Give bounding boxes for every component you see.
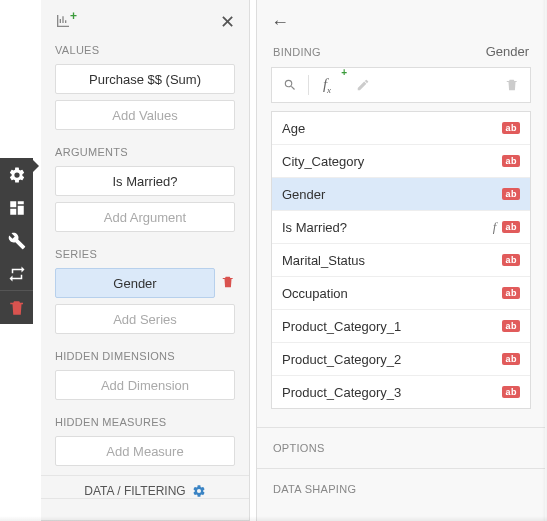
series-item[interactable]: Gender bbox=[55, 268, 215, 298]
field-row[interactable]: Product_Category_2ab bbox=[272, 343, 530, 376]
add-dimension-button[interactable]: Add Dimension bbox=[55, 370, 235, 400]
wrench-icon[interactable] bbox=[0, 224, 33, 257]
type-badge: ab bbox=[502, 287, 520, 299]
field-list: AgeabCity_CategoryabGenderabIs Married?f… bbox=[271, 111, 531, 409]
type-badge: ab bbox=[502, 155, 520, 167]
add-argument-button[interactable]: Add Argument bbox=[55, 202, 235, 232]
type-badge: ab bbox=[502, 221, 520, 233]
values-label: VALUES bbox=[41, 34, 249, 64]
value-item[interactable]: Purchase $$ (Sum) bbox=[55, 64, 235, 94]
add-values-button[interactable]: Add Values bbox=[55, 100, 235, 130]
type-badge: ab bbox=[502, 188, 520, 200]
field-row[interactable]: Ageab bbox=[272, 112, 530, 145]
settings-icon[interactable] bbox=[0, 158, 33, 191]
field-row[interactable]: Product_Category_1ab bbox=[272, 310, 530, 343]
field-row[interactable]: Genderab bbox=[272, 178, 530, 211]
field-name: Product_Category_2 bbox=[282, 352, 502, 367]
field-name: Gender bbox=[282, 187, 502, 202]
field-name: Is Married? bbox=[282, 220, 493, 235]
field-name: Occupation bbox=[282, 286, 502, 301]
field-name: Product_Category_3 bbox=[282, 385, 502, 400]
field-name: Marital_Status bbox=[282, 253, 502, 268]
layout-icon[interactable] bbox=[0, 191, 33, 224]
binding-toolbar: fx+ bbox=[271, 67, 531, 103]
type-badge: ab bbox=[502, 254, 520, 266]
add-measure-button[interactable]: Add Measure bbox=[55, 436, 235, 466]
arguments-label: ARGUMENTS bbox=[41, 136, 249, 166]
left-rail bbox=[0, 158, 33, 324]
binding-label: BINDING bbox=[273, 46, 321, 58]
series-label: SERIES bbox=[41, 238, 249, 268]
field-row[interactable]: Is Married?fab bbox=[272, 211, 530, 244]
field-row[interactable]: Occupationab bbox=[272, 277, 530, 310]
convert-icon[interactable] bbox=[0, 257, 33, 290]
field-name: City_Category bbox=[282, 154, 502, 169]
config-panel: + ✕ VALUES Purchase $$ (Sum) Add Values … bbox=[41, 0, 250, 521]
options-section[interactable]: OPTIONS bbox=[257, 427, 545, 468]
add-calculated-field-icon[interactable]: fx+ bbox=[309, 67, 345, 103]
hidden-measures-label: HIDDEN MEASURES bbox=[41, 406, 249, 436]
type-badge: ab bbox=[502, 320, 520, 332]
data-shaping-section[interactable]: DATA SHAPING bbox=[257, 468, 545, 509]
hidden-dimensions-label: HIDDEN DIMENSIONS bbox=[41, 340, 249, 370]
argument-item[interactable]: Is Married? bbox=[55, 166, 235, 196]
trash-icon bbox=[494, 67, 530, 103]
type-badge: ab bbox=[502, 386, 520, 398]
remove-series-icon[interactable] bbox=[221, 275, 235, 292]
delete-icon[interactable] bbox=[0, 291, 33, 324]
back-icon[interactable]: ← bbox=[271, 12, 289, 33]
edit-icon bbox=[345, 67, 381, 103]
add-series-button[interactable]: Add Series bbox=[55, 304, 235, 334]
fx-icon: f bbox=[493, 219, 497, 235]
type-badge: ab bbox=[502, 122, 520, 134]
close-icon[interactable]: ✕ bbox=[220, 11, 235, 33]
binding-panel: ← BINDING Gender fx+ AgeabCity_Categorya… bbox=[256, 0, 545, 521]
binding-value: Gender bbox=[486, 44, 529, 59]
type-badge: ab bbox=[502, 353, 520, 365]
field-name: Age bbox=[282, 121, 502, 136]
field-row[interactable]: Marital_Statusab bbox=[272, 244, 530, 277]
data-filtering-link[interactable]: DATA / FILTERING bbox=[41, 475, 249, 498]
field-row[interactable]: Product_Category_3ab bbox=[272, 376, 530, 409]
rail-pointer bbox=[33, 160, 39, 172]
chart-icon: + bbox=[55, 13, 71, 32]
field-name: Product_Category_1 bbox=[282, 319, 502, 334]
field-row[interactable]: City_Categoryab bbox=[272, 145, 530, 178]
search-icon[interactable] bbox=[272, 67, 308, 103]
